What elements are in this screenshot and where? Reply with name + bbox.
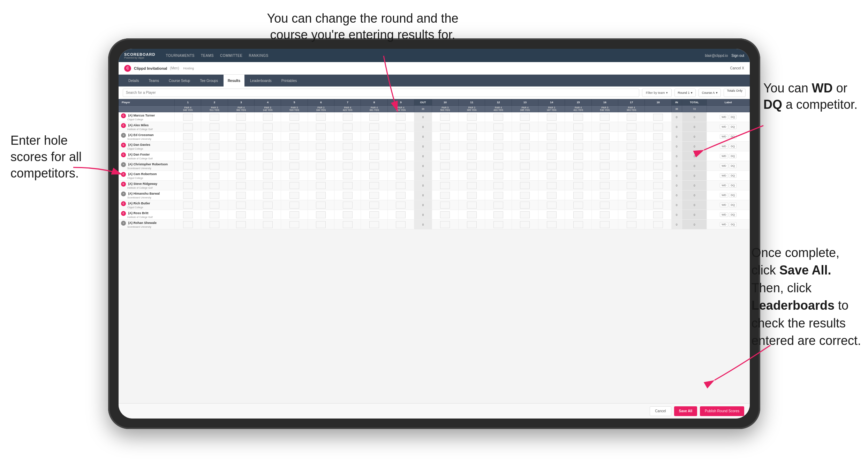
- wd-button[interactable]: WD: [720, 193, 728, 197]
- hole-10-input[interactable]: [440, 133, 450, 140]
- hole-18-input[interactable]: [653, 123, 663, 130]
- dq-button[interactable]: DQ: [729, 144, 737, 149]
- hole-8-input[interactable]: [369, 221, 379, 228]
- hole-15-input[interactable]: [573, 182, 583, 189]
- hole-4-score[interactable]: [255, 151, 281, 161]
- hole-10-score[interactable]: [432, 220, 458, 229]
- hole-13-input[interactable]: [520, 123, 530, 130]
- wd-button[interactable]: WD: [720, 125, 728, 129]
- hole-2-input[interactable]: [210, 114, 219, 121]
- hole-3-score[interactable]: [228, 220, 254, 229]
- hole-11-score[interactable]: [459, 142, 485, 151]
- dq-button[interactable]: DQ: [729, 212, 737, 217]
- hole-2-input[interactable]: [210, 172, 219, 179]
- hole-6-score[interactable]: [308, 161, 334, 171]
- hole-15-score[interactable]: [565, 210, 591, 220]
- hole-16-score[interactable]: [591, 151, 618, 161]
- nav-tournaments[interactable]: TOURNAMENTS: [166, 54, 195, 58]
- hole-2-input[interactable]: [210, 153, 219, 160]
- hole-2-input[interactable]: [210, 182, 219, 189]
- hole-12-input[interactable]: [493, 221, 503, 228]
- hole-18-score[interactable]: [645, 132, 671, 142]
- hole-13-score[interactable]: [512, 151, 538, 161]
- hole-1-score[interactable]: [175, 200, 201, 210]
- hole-1-score[interactable]: [175, 132, 201, 142]
- hole-9-input[interactable]: [396, 221, 406, 228]
- hole-14-score[interactable]: [538, 210, 565, 220]
- wd-button[interactable]: WD: [720, 164, 728, 168]
- hole-14-input[interactable]: [547, 114, 557, 121]
- wd-button[interactable]: WD: [720, 183, 728, 188]
- hole-4-input[interactable]: [263, 114, 273, 121]
- hole-12-input[interactable]: [493, 133, 503, 140]
- hole-11-score[interactable]: [459, 200, 485, 210]
- hole-11-input[interactable]: [467, 221, 477, 228]
- hole-11-score[interactable]: [459, 151, 485, 161]
- hole-8-input[interactable]: [369, 163, 379, 170]
- hole-3-input[interactable]: [236, 133, 246, 140]
- hole-10-score[interactable]: [432, 142, 458, 151]
- hole-7-score[interactable]: [334, 142, 361, 151]
- hole-5-input[interactable]: [289, 163, 299, 170]
- hole-3-input[interactable]: [236, 192, 246, 199]
- hole-13-score[interactable]: [512, 190, 538, 200]
- hole-10-score[interactable]: [432, 161, 458, 171]
- nav-teams[interactable]: TEAMS: [201, 54, 214, 58]
- hole-8-score[interactable]: [361, 200, 387, 210]
- hole-2-input[interactable]: [210, 192, 219, 199]
- hole-18-score[interactable]: [645, 200, 671, 210]
- hole-3-input[interactable]: [236, 172, 246, 179]
- hole-14-input[interactable]: [547, 153, 557, 160]
- hole-16-input[interactable]: [600, 202, 610, 209]
- totals-only-button[interactable]: Totals Only: [724, 89, 746, 97]
- hole-17-input[interactable]: [627, 221, 636, 228]
- hole-3-score[interactable]: [228, 112, 254, 122]
- hole-17-score[interactable]: [618, 132, 645, 142]
- hole-13-score[interactable]: [512, 161, 538, 171]
- hole-10-score[interactable]: [432, 190, 458, 200]
- hole-1-input[interactable]: [183, 172, 193, 179]
- hole-9-input[interactable]: [396, 133, 406, 140]
- hole-8-input[interactable]: [369, 114, 379, 121]
- hole-17-input[interactable]: [627, 182, 636, 189]
- hole-14-score[interactable]: [538, 142, 565, 151]
- hole-18-score[interactable]: [645, 112, 671, 122]
- hole-13-score[interactable]: [512, 132, 538, 142]
- save-all-button[interactable]: Save All: [674, 406, 697, 416]
- round-select[interactable]: Round 1 ▾: [674, 89, 696, 97]
- hole-1-input[interactable]: [183, 153, 193, 160]
- hole-9-input[interactable]: [396, 114, 406, 121]
- hole-17-input[interactable]: [627, 211, 636, 218]
- hole-12-score[interactable]: [485, 181, 512, 190]
- hole-11-score[interactable]: [459, 190, 485, 200]
- hole-1-input[interactable]: [183, 133, 193, 140]
- hole-17-score[interactable]: [618, 112, 645, 122]
- hole-1-input[interactable]: [183, 123, 193, 130]
- hole-4-input[interactable]: [263, 182, 273, 189]
- dq-button[interactable]: DQ: [729, 193, 737, 197]
- hole-13-input[interactable]: [520, 153, 530, 160]
- hole-2-input[interactable]: [210, 123, 219, 130]
- hole-4-score[interactable]: [255, 112, 281, 122]
- hole-13-input[interactable]: [520, 172, 530, 179]
- hole-5-score[interactable]: [281, 151, 308, 161]
- hole-13-input[interactable]: [520, 163, 530, 170]
- hole-10-score[interactable]: [432, 171, 458, 181]
- hole-8-input[interactable]: [369, 182, 379, 189]
- course-select[interactable]: Course A ▾: [699, 89, 721, 97]
- hole-13-score[interactable]: [512, 181, 538, 190]
- hole-14-input[interactable]: [547, 182, 557, 189]
- hole-5-score[interactable]: [281, 200, 308, 210]
- hole-15-input[interactable]: [573, 211, 583, 218]
- hole-15-score[interactable]: [565, 161, 591, 171]
- hole-4-score[interactable]: [255, 210, 281, 220]
- hole-7-input[interactable]: [343, 153, 353, 160]
- hole-14-score[interactable]: [538, 151, 565, 161]
- hole-17-input[interactable]: [627, 192, 636, 199]
- hole-11-score[interactable]: [459, 220, 485, 229]
- hole-10-input[interactable]: [440, 163, 450, 170]
- hole-14-score[interactable]: [538, 181, 565, 190]
- hole-8-input[interactable]: [369, 211, 379, 218]
- hole-4-input[interactable]: [263, 153, 273, 160]
- hole-10-input[interactable]: [440, 123, 450, 130]
